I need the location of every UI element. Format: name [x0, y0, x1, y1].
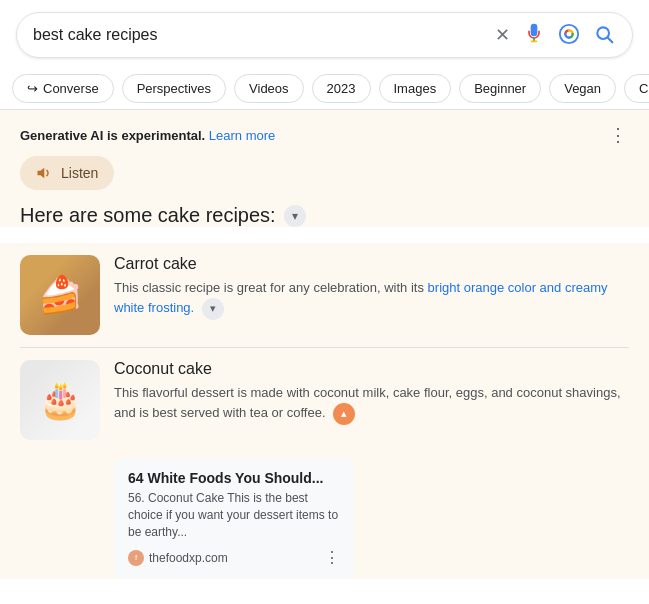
recipes-container: Carrot cake This classic recipe is great… — [0, 243, 649, 579]
carrot-cake-desc: This classic recipe is great for any cel… — [114, 278, 629, 320]
search-icons: ✕ — [493, 21, 616, 50]
search-input[interactable] — [33, 26, 493, 44]
lens-button[interactable] — [556, 21, 582, 50]
carrot-cake-image — [20, 255, 100, 335]
ai-notice-bold: Generative AI is experimental. — [20, 128, 205, 143]
listen-button[interactable]: Listen — [20, 156, 114, 190]
tab-images[interactable]: Images — [379, 74, 452, 103]
source-card-title: 64 White Foods You Should... — [128, 470, 340, 486]
carrot-cake-expand-button[interactable]: ▾ — [202, 298, 224, 320]
coconut-cake-image — [20, 360, 100, 440]
tab-beginner-label: Beginner — [474, 81, 526, 96]
tab-perspectives-label: Perspectives — [137, 81, 211, 96]
ai-notice: Generative AI is experimental. Learn mor… — [20, 124, 629, 146]
ai-learn-more-link[interactable]: Learn more — [209, 128, 275, 143]
source-favicon: f thefoodxp.com — [128, 550, 228, 566]
speaker-icon — [36, 164, 54, 182]
tab-chocola-label: Chocola... — [639, 81, 649, 96]
source-card-cake-name: Coconut Cake — [148, 491, 227, 505]
tab-chocola[interactable]: Chocola... — [624, 74, 649, 103]
recipes-heading: Here are some cake recipes: ▾ — [20, 204, 629, 227]
tab-2023[interactable]: 2023 — [312, 74, 371, 103]
search-button[interactable] — [592, 22, 616, 49]
source-more-options-button[interactable]: ⋮ — [324, 548, 340, 567]
source-card: 64 White Foods You Should... 56. Coconut… — [114, 458, 354, 579]
carrot-cake-title: Carrot cake — [114, 255, 629, 273]
coconut-cake-collapse-button[interactable]: ▴ — [333, 403, 355, 425]
source-url: f thefoodxp.com ⋮ — [128, 548, 340, 567]
tab-2023-label: 2023 — [327, 81, 356, 96]
ai-more-options-button[interactable]: ⋮ — [609, 124, 629, 146]
recipe-card-coconut-cake: Coconut cake This flavorful dessert is m… — [20, 347, 629, 452]
coconut-cake-info: Coconut cake This flavorful dessert is m… — [114, 360, 629, 425]
search-icon — [594, 24, 614, 47]
source-site-name: thefoodxp.com — [149, 551, 228, 565]
tab-vegan-label: Vegan — [564, 81, 601, 96]
tab-converse-label: Converse — [43, 81, 99, 96]
ai-notice-text: Generative AI is experimental. Learn mor… — [20, 128, 275, 143]
tab-perspectives[interactable]: Perspectives — [122, 74, 226, 103]
carrot-cake-info: Carrot cake This classic recipe is great… — [114, 255, 629, 320]
recipes-expand-button[interactable]: ▾ — [284, 205, 306, 227]
mic-button[interactable] — [522, 21, 546, 50]
search-bar-container: ✕ — [0, 0, 649, 68]
coconut-cake-title: Coconut cake — [114, 360, 629, 378]
lens-icon — [558, 23, 580, 48]
coconut-cake-desc-normal: This flavorful dessert is made with coco… — [114, 385, 621, 420]
source-card-desc: 56. Coconut Cake This is the best choice… — [128, 490, 340, 540]
ai-section: Generative AI is experimental. Learn mor… — [0, 110, 649, 227]
clear-icon: ✕ — [495, 24, 510, 46]
tab-videos-label: Videos — [249, 81, 289, 96]
clear-button[interactable]: ✕ — [493, 22, 512, 48]
listen-label: Listen — [61, 165, 98, 181]
svg-line-4 — [608, 37, 613, 42]
chevron-down-icon: ▾ — [284, 205, 306, 227]
filter-tabs: ↪ Converse Perspectives Videos 2023 Imag… — [0, 68, 649, 110]
favicon-icon: f — [128, 550, 144, 566]
tab-vegan[interactable]: Vegan — [549, 74, 616, 103]
svg-marker-5 — [38, 168, 45, 179]
coconut-cake-desc: This flavorful dessert is made with coco… — [114, 383, 629, 425]
source-card-number: 56. — [128, 491, 148, 505]
tab-videos[interactable]: Videos — [234, 74, 304, 103]
tab-beginner[interactable]: Beginner — [459, 74, 541, 103]
search-bar: ✕ — [16, 12, 633, 58]
converse-arrow-icon: ↪ — [27, 81, 38, 96]
recipes-heading-text: Here are some cake recipes: — [20, 204, 276, 227]
tab-images-label: Images — [394, 81, 437, 96]
svg-point-2 — [560, 24, 578, 42]
recipe-card-carrot-cake: Carrot cake This classic recipe is great… — [20, 243, 629, 347]
mic-icon — [524, 23, 544, 48]
tab-converse[interactable]: ↪ Converse — [12, 74, 114, 103]
carrot-cake-desc-normal: This classic recipe is great for any cel… — [114, 280, 428, 295]
